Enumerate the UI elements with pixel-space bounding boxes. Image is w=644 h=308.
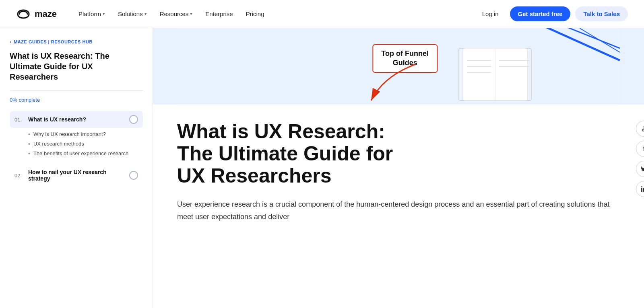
nav-pricing[interactable]: Pricing — [240, 7, 270, 21]
toc-subitem-1-3[interactable]: The benefits of user experience research — [28, 149, 143, 158]
twitter-share-button[interactable] — [636, 161, 644, 177]
nav-actions: Log in Get started free Talk to Sales — [476, 6, 628, 21]
toc-item-2[interactable]: 02. How to nail your UX research strateg… — [10, 165, 143, 186]
toc-progress-circle-2 — [129, 171, 138, 180]
progress-indicator: 0% complete — [10, 97, 143, 103]
nav-solutions[interactable]: Solutions ▾ — [112, 7, 153, 21]
toc-progress-circle-1 — [129, 115, 138, 124]
nav-resources[interactable]: Resources ▾ — [154, 7, 198, 21]
login-button[interactable]: Log in — [476, 7, 505, 21]
annotation-box: Top of FunnelGuides — [372, 44, 438, 73]
maze-logo-icon — [16, 9, 31, 19]
copy-link-button[interactable] — [636, 121, 644, 137]
toc-subitems-1: Why is UX research important? UX researc… — [10, 128, 143, 162]
chevron-down-icon: ▾ — [103, 11, 105, 16]
toc-subitem-1-1[interactable]: Why is UX research important? — [28, 129, 143, 139]
breadcrumb[interactable]: ‹ MAZE GUIDES | RESOURCES HUB — [10, 39, 143, 44]
linkedin-icon — [641, 186, 644, 192]
link-icon — [641, 125, 644, 132]
twitter-icon — [641, 166, 644, 172]
toc-section-1: 01. What is UX research? Why is UX resea… — [10, 111, 143, 162]
toc-item-1[interactable]: 01. What is UX research? — [10, 111, 143, 128]
toc-section-2: 02. How to nail your UX research strateg… — [10, 165, 143, 186]
chevron-down-icon: ▾ — [144, 11, 147, 16]
page-body: ‹ MAZE GUIDES | RESOURCES HUB What is UX… — [0, 28, 644, 308]
talk-to-sales-button[interactable]: Talk to Sales — [575, 6, 628, 21]
article-title: What is UX Research:The Ultimate Guide f… — [177, 121, 620, 187]
social-share-sidebar: f — [636, 121, 644, 197]
brand-logo[interactable]: maze — [16, 9, 57, 19]
svg-point-14 — [641, 186, 642, 187]
sidebar-guide-title: What is UX Research: The Ultimate Guide … — [10, 51, 143, 82]
facebook-share-button[interactable]: f — [636, 141, 644, 157]
nav-enterprise[interactable]: Enterprise — [200, 7, 238, 21]
chevron-down-icon: ▾ — [190, 11, 192, 16]
nav-links: Platform ▾ Solutions ▾ Resources ▾ Enter… — [73, 7, 476, 21]
linkedin-share-button[interactable] — [636, 181, 644, 197]
sidebar: ‹ MAZE GUIDES | RESOURCES HUB What is UX… — [0, 28, 153, 308]
nav-platform[interactable]: Platform ▾ — [73, 7, 111, 21]
brand-name: maze — [35, 9, 57, 19]
sidebar-divider — [10, 90, 143, 90]
article-body: What is UX Research:The Ultimate Guide f… — [153, 105, 644, 308]
back-icon: ‹ — [10, 39, 11, 44]
navigation: maze Platform ▾ Solutions ▾ Resources ▾ … — [0, 0, 644, 28]
hero-banner: Top of FunnelGuides — [153, 28, 644, 105]
get-started-button[interactable]: Get started free — [510, 6, 571, 21]
article-intro: User experience research is a crucial co… — [177, 198, 620, 223]
main-content: Top of FunnelGuides What is UX Research:… — [153, 28, 644, 308]
toc-subitem-1-2[interactable]: UX research methods — [28, 139, 143, 149]
svg-rect-13 — [641, 188, 642, 192]
